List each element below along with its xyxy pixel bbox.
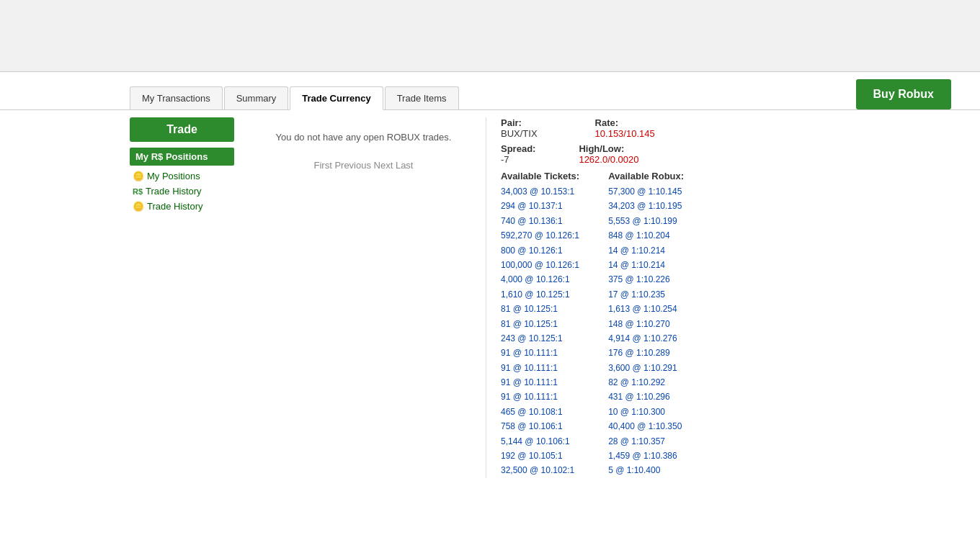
robux-row: 4,914 @ 1:10.276 — [608, 331, 684, 346]
robux-trade-history-link[interactable]: R$ Trade History — [130, 184, 234, 199]
tix-icon: 🪙 — [133, 201, 144, 212]
robux-row: 431 @ 1:10.296 — [608, 390, 684, 404]
ticket-row: 192 @ 10.105:1 — [501, 449, 579, 463]
robux-row: 57,300 @ 1:10.145 — [608, 184, 684, 199]
ticket-row: 5,144 @ 10.106:1 — [501, 434, 579, 449]
my-positions-link[interactable]: 🪙 My Positions — [130, 168, 234, 184]
robux-row: 5 @ 1:10.400 — [608, 463, 684, 477]
robux-row: 3,600 @ 1:10.291 — [608, 361, 684, 375]
coin-icon: 🪙 — [133, 171, 144, 181]
spread-info: Spread: -7 — [501, 143, 535, 165]
ticket-row: 91 @ 10.111:1 — [501, 390, 579, 404]
robux-row: 28 @ 1:10.357 — [608, 434, 684, 449]
available-tickets-column: Available Tickets: 34,003 @ 10.153:1294 … — [501, 171, 579, 478]
trade-button[interactable]: Trade — [130, 117, 234, 142]
ticket-row: 465 @ 10.108:1 — [501, 405, 579, 419]
no-trades-message: You do not have any open ROBUX trades. — [256, 117, 471, 157]
robux-row: 176 @ 1:10.289 — [608, 346, 684, 360]
ticket-row: 4,000 @ 10.126:1 — [501, 272, 579, 287]
ticket-row: 100,000 @ 10.126:1 — [501, 258, 579, 272]
pagination-links[interactable]: First Previous Next Last — [256, 157, 471, 174]
ticket-row: 91 @ 10.111:1 — [501, 361, 579, 375]
robux-icon: R$ — [133, 187, 143, 196]
ticket-row: 1,610 @ 10.125:1 — [501, 287, 579, 302]
ticket-row: 81 @ 10.125:1 — [501, 317, 579, 331]
robux-row: 375 @ 1:10.226 — [608, 272, 684, 287]
ticket-row: 81 @ 10.125:1 — [501, 302, 579, 316]
ticket-row: 32,500 @ 10.102:1 — [501, 463, 579, 477]
tab-trade-currency[interactable]: Trade Currency — [290, 86, 383, 110]
ticket-row: 91 @ 10.111:1 — [501, 346, 579, 360]
robux-row: 5,553 @ 1:10.199 — [608, 214, 684, 228]
robux-row: 14 @ 1:10.214 — [608, 243, 684, 258]
robux-row: 148 @ 1:10.270 — [608, 317, 684, 331]
ticket-row: 592,270 @ 10.126:1 — [501, 228, 579, 243]
available-robux-column: Available Robux: 57,300 @ 1:10.14534,203… — [608, 171, 684, 478]
tix-trade-history-link[interactable]: 🪙 Trade History — [130, 199, 234, 214]
robux-row: 1,459 @ 1:10.386 — [608, 449, 684, 463]
robux-row: 40,400 @ 1:10.350 — [608, 419, 684, 433]
rate-info: Rate: 10.153/10.145 — [595, 117, 655, 139]
robux-row: 14 @ 1:10.214 — [608, 258, 684, 272]
highlow-info: High/Low: 1262.0/0.0020 — [579, 143, 638, 165]
buy-robux-button[interactable]: Buy Robux — [856, 79, 951, 109]
ticket-row: 758 @ 10.106:1 — [501, 419, 579, 433]
ticket-row: 294 @ 10.137:1 — [501, 199, 579, 213]
ticket-row: 34,003 @ 10.153:1 — [501, 184, 579, 199]
ticket-row: 91 @ 10.111:1 — [501, 375, 579, 390]
robux-row: 1,613 @ 1:10.254 — [608, 302, 684, 316]
tab-summary[interactable]: Summary — [224, 86, 289, 109]
robux-row: 34,203 @ 1:10.195 — [608, 199, 684, 213]
robux-positions-title: My R$ Positions — [130, 148, 234, 166]
tab-my-transactions[interactable]: My Transactions — [130, 86, 223, 109]
tab-trade-items[interactable]: Trade Items — [385, 86, 459, 109]
robux-row: 82 @ 1:10.292 — [608, 375, 684, 390]
robux-row: 10 @ 1:10.300 — [608, 405, 684, 419]
robux-row: 17 @ 1:10.235 — [608, 287, 684, 302]
ticket-row: 800 @ 10.126:1 — [501, 243, 579, 258]
pair-info: Pair: BUX/TIX — [501, 117, 538, 139]
robux-row: 848 @ 1:10.204 — [608, 228, 684, 243]
ticket-row: 740 @ 10.136:1 — [501, 214, 579, 228]
ticket-row: 243 @ 10.125:1 — [501, 331, 579, 346]
